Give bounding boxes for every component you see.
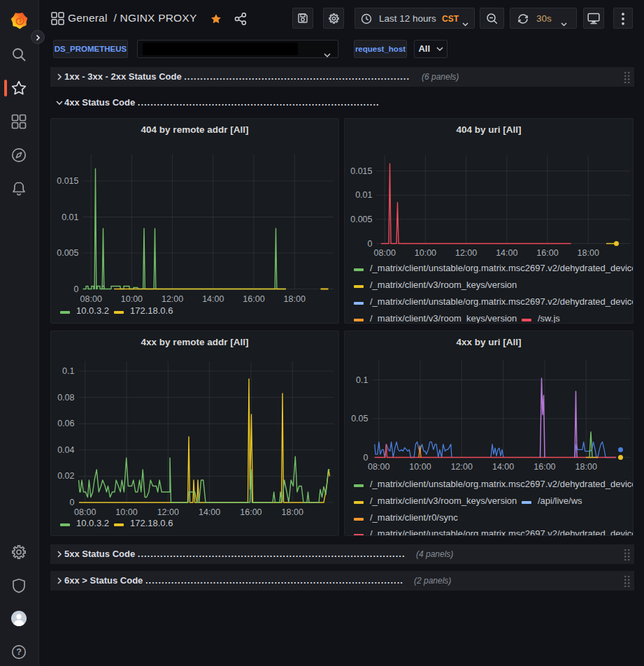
svg-text:0: 0 — [70, 498, 75, 507]
svg-text:14:00: 14:00 — [202, 294, 224, 304]
svg-text:0.02: 0.02 — [57, 471, 74, 481]
svg-text:10:00: 10:00 — [409, 462, 431, 472]
svg-text:0.015: 0.015 — [57, 176, 78, 186]
svg-text:14:00: 14:00 — [199, 507, 220, 517]
svg-text:08:00: 08:00 — [368, 462, 389, 472]
svg-text:16:00: 16:00 — [240, 507, 262, 517]
svg-text:18:00: 18:00 — [578, 248, 599, 258]
svg-text:0.1: 0.1 — [356, 375, 368, 385]
svg-text:14:00: 14:00 — [492, 462, 514, 472]
svg-text:?: ? — [16, 647, 22, 657]
svg-text:12:00: 12:00 — [157, 507, 179, 517]
svg-text:0.1: 0.1 — [62, 366, 74, 376]
svg-text:0.05: 0.05 — [351, 414, 368, 424]
svg-text:0.04: 0.04 — [57, 445, 74, 455]
svg-text:08:00: 08:00 — [80, 294, 102, 304]
svg-text:16:00: 16:00 — [536, 248, 558, 258]
svg-text:08:00: 08:00 — [74, 507, 96, 517]
svg-text:10:00: 10:00 — [415, 248, 436, 258]
svg-text:18:00: 18:00 — [284, 294, 306, 304]
svg-text:18:00: 18:00 — [282, 507, 303, 517]
svg-text:0: 0 — [368, 239, 373, 249]
svg-text:16:00: 16:00 — [243, 294, 264, 304]
svg-text:08:00: 08:00 — [374, 248, 396, 258]
svg-text:0: 0 — [364, 453, 368, 463]
svg-text:18:00: 18:00 — [575, 462, 597, 472]
svg-text:12:00: 12:00 — [162, 294, 183, 304]
svg-text:0.01: 0.01 — [355, 190, 372, 200]
svg-text:16:00: 16:00 — [534, 462, 555, 472]
svg-text:10:00: 10:00 — [121, 294, 143, 304]
svg-text:0.06: 0.06 — [57, 419, 74, 428]
svg-text:12:00: 12:00 — [455, 248, 477, 258]
svg-text:0: 0 — [74, 284, 79, 294]
svg-text:14:00: 14:00 — [496, 248, 517, 258]
svg-text:0.08: 0.08 — [57, 393, 74, 403]
svg-text:0.005: 0.005 — [350, 215, 372, 224]
svg-text:0.005: 0.005 — [57, 248, 78, 258]
svg-text:12:00: 12:00 — [451, 462, 473, 472]
svg-text:0.01: 0.01 — [62, 212, 78, 222]
svg-text:10:00: 10:00 — [115, 507, 137, 517]
svg-text:0.015: 0.015 — [350, 166, 372, 176]
